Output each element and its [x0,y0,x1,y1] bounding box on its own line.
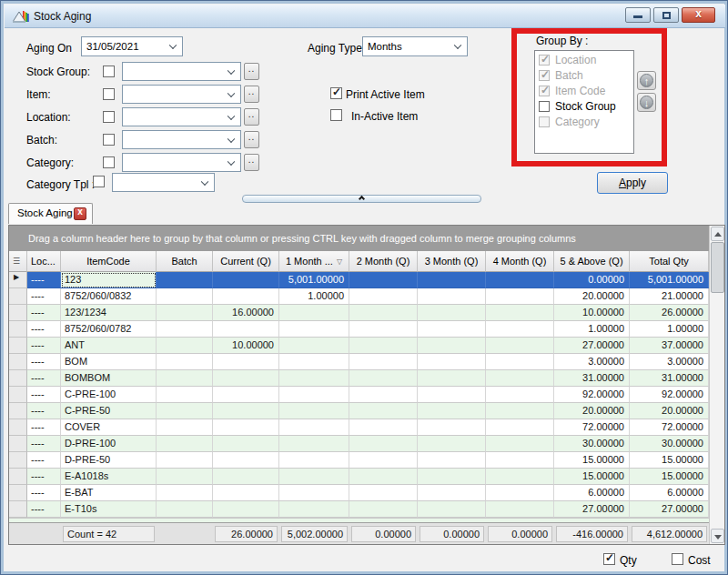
grid-cell[interactable] [157,387,213,403]
grid-cell[interactable]: 27.00000 [554,338,630,354]
grid-cell[interactable] [349,338,418,354]
vertical-scrollbar[interactable] [709,226,724,544]
grid-cell[interactable] [486,305,554,321]
grid-cell[interactable]: 0.00000 [554,272,630,288]
grid-cell[interactable]: 16.00000 [213,305,279,321]
filter-combo[interactable] [122,85,241,104]
grid-cell[interactable]: 27.00000 [554,501,630,518]
grid-cell[interactable] [418,403,486,419]
grid-cell[interactable] [418,485,486,501]
grid-cell[interactable]: 72.00000 [630,419,709,436]
table-row[interactable]: ----ANT10.0000027.0000037.00000 [9,338,709,354]
filter-checkbox[interactable] [103,134,115,146]
filter-combo[interactable] [122,153,241,172]
grid-cell[interactable] [157,403,213,419]
grid-cell[interactable]: 15.00000 [630,469,709,485]
grid-cell[interactable]: BOM [61,354,157,370]
grid-cell[interactable]: 27.00000 [630,501,709,518]
grid-cell[interactable]: ---- [27,288,61,305]
table-row[interactable]: ----C-PRE-10092.0000092.00000 [9,387,709,403]
grid-cell[interactable] [157,501,213,518]
grid-cell[interactable]: 8752/060/0782 [61,321,157,338]
splitter-handle[interactable] [242,195,481,203]
grid-cell[interactable] [486,419,554,436]
grid-cell[interactable]: ---- [27,354,61,370]
grid-cell[interactable]: ---- [27,272,61,288]
grid-cell[interactable]: 72.00000 [554,419,630,436]
column-header[interactable]: Batch [157,251,213,272]
grid-cell[interactable] [349,288,418,305]
grid-cell[interactable] [213,387,279,403]
grid-cell[interactable]: 37.00000 [630,338,709,354]
grid-cell[interactable]: COVER [61,419,157,436]
grid-cell[interactable] [486,501,554,518]
tab-close-icon[interactable] [74,207,86,220]
grid-cell[interactable] [157,321,213,338]
grid-cell[interactable] [486,485,554,501]
grid-cell[interactable]: ---- [27,321,61,338]
minimize-button[interactable] [625,7,651,23]
grid-cell[interactable] [213,272,279,288]
filter-checkbox[interactable] [103,156,115,168]
grid-cell[interactable] [349,436,418,452]
grid-cell[interactable] [279,387,349,403]
grid-cell[interactable]: 15.00000 [554,452,630,469]
grid-cell[interactable] [349,354,418,370]
grid-cell[interactable]: 123/1234 [61,305,157,321]
grid-cell[interactable] [349,419,418,436]
qty-checkbox[interactable] [603,553,615,565]
table-row[interactable]: ----D-PRE-5015.0000015.00000 [9,452,709,469]
grid-cell[interactable]: 21.00000 [630,288,709,305]
grid-cell[interactable] [349,403,418,419]
table-row[interactable]: ----BOMBOM31.0000031.00000 [9,370,709,387]
grid-cell[interactable] [349,305,418,321]
grid-cell[interactable]: 5,001.00000 [279,272,349,288]
grid-cell[interactable]: E-A1018s [61,469,157,485]
filter-checkbox[interactable] [103,66,115,77]
grid-cell[interactable] [157,272,213,288]
grid-cell[interactable] [418,501,486,518]
grid-cell[interactable] [279,338,349,354]
grid-cell[interactable]: ANT [61,338,157,354]
grid-cell[interactable]: 1.00000 [279,288,349,305]
grid-cell[interactable] [279,370,349,387]
grid-cell[interactable] [486,354,554,370]
grid-cell[interactable] [157,338,213,354]
cost-checkbox[interactable] [672,553,683,565]
filter-checkbox[interactable] [103,111,115,123]
grid-cell[interactable]: 20.00000 [554,288,630,305]
ellipsis-button[interactable]: .. [244,108,259,126]
grid-cell[interactable] [279,452,349,469]
column-header[interactable]: Total Qty [630,251,709,272]
grid-cell[interactable] [349,469,418,485]
grid-cell[interactable]: E-T10s [61,501,157,518]
grid-cell[interactable] [418,321,486,338]
grid-cell[interactable] [486,436,554,452]
grid-cell[interactable] [418,370,486,387]
scroll-down-button[interactable] [711,529,724,543]
grid-cell[interactable]: 31.00000 [630,370,709,387]
grid-cell[interactable] [213,288,279,305]
grid-cell[interactable] [349,272,418,288]
column-header[interactable]: 4 Month (Q) [486,251,554,272]
filter-combo[interactable] [122,107,241,126]
grid-menu-icon[interactable] [9,251,27,272]
column-header[interactable]: 2 Month (Q) [349,251,418,272]
grid-cell[interactable] [157,305,213,321]
grid-cell[interactable] [486,469,554,485]
grid-cell[interactable] [213,436,279,452]
grid-cell[interactable] [279,354,349,370]
grid-cell[interactable] [418,288,486,305]
grid-cell[interactable] [349,370,418,387]
grid-cell[interactable] [213,485,279,501]
grid-cell[interactable] [157,419,213,436]
grid-cell[interactable] [349,387,418,403]
grid-cell[interactable]: ---- [27,469,61,485]
table-row[interactable]: ----E-A1018s15.0000015.00000 [9,469,709,485]
table-row[interactable]: ----E-BAT6.000006.00000 [9,485,709,501]
grid-cell[interactable]: 10.00000 [554,305,630,321]
grid-cell[interactable]: 92.00000 [630,387,709,403]
grid-cell[interactable] [213,370,279,387]
grid-cell[interactable] [213,321,279,338]
grid-cell[interactable] [213,452,279,469]
